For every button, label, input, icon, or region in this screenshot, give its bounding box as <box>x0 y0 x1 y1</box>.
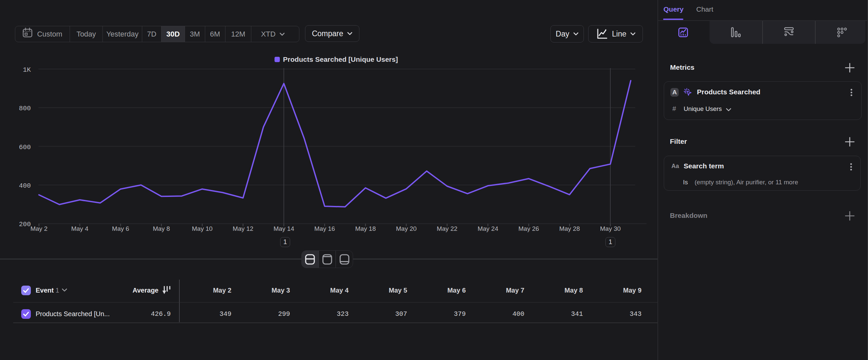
svg-text:200: 200 <box>19 221 31 228</box>
svg-text:May 22: May 22 <box>437 225 457 232</box>
svg-text:May 4: May 4 <box>71 225 89 232</box>
svg-text:May 8: May 8 <box>153 225 170 232</box>
svg-text:May 20: May 20 <box>396 225 416 232</box>
svg-text:May 28: May 28 <box>559 225 580 232</box>
svg-text:May 30: May 30 <box>600 225 621 232</box>
svg-text:1K: 1K <box>23 66 31 74</box>
svg-text:May 12: May 12 <box>233 225 253 232</box>
svg-text:May 16: May 16 <box>314 225 335 232</box>
svg-text:800: 800 <box>19 105 31 112</box>
svg-text:May 2: May 2 <box>31 225 48 232</box>
svg-text:600: 600 <box>19 143 31 151</box>
svg-text:May 26: May 26 <box>519 225 539 232</box>
svg-text:400: 400 <box>19 182 31 190</box>
svg-text:May 10: May 10 <box>192 225 213 232</box>
svg-text:May 24: May 24 <box>477 225 498 232</box>
svg-text:May 14: May 14 <box>274 225 294 232</box>
svg-text:May 6: May 6 <box>112 225 129 232</box>
svg-text:May 18: May 18 <box>355 225 376 232</box>
